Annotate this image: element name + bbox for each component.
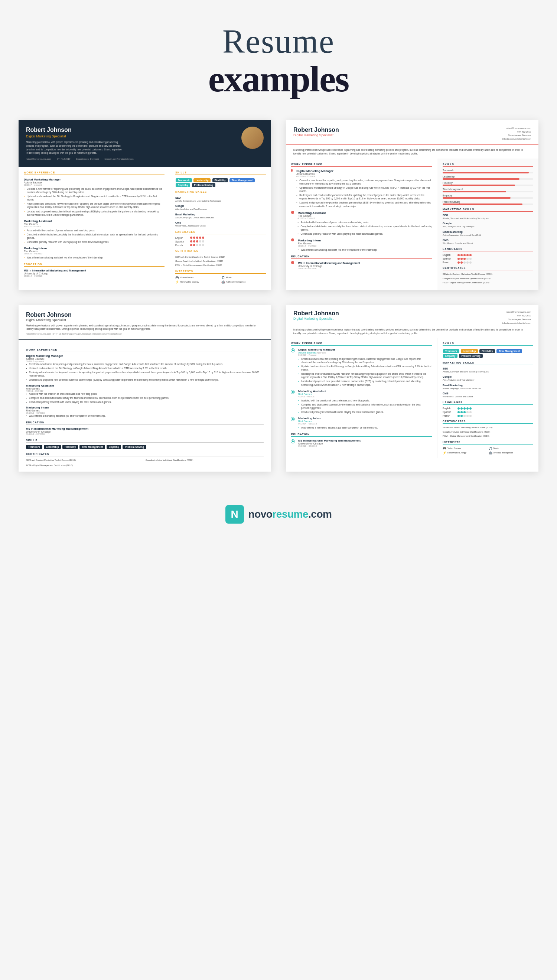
r1-mskills-section: MARKETING SKILLS [175, 190, 266, 194]
r3-edu-degree: MS in International Marketing and Manage… [26, 427, 264, 430]
skill-tag-empathy: Empathy [176, 183, 190, 187]
r3-edu-date: 06/2014 – 06/2018 [26, 433, 264, 435]
skillbar-row: Problem Solving [443, 200, 533, 205]
r4-tag-leadership: Leadership [461, 349, 478, 353]
resume-grid: Robert Johnson Digital Marketing Special… [19, 112, 538, 494]
r1-job1-b2: Updated and monitored the Bid Strategy i… [24, 195, 164, 201]
r4-work-section: WORK EXPERIENCE [291, 342, 432, 346]
r4-body: WORK EXPERIENCE Digital Marketing Manage… [286, 338, 538, 458]
resume-card-3: Robert Johnson Digital Marketing Special… [19, 305, 271, 472]
r4-skills-tags: Teamwork Leadership Flexibility Time Man… [443, 348, 533, 358]
r2-skills-section: SKILLS [443, 163, 533, 167]
r4-cert3: PCM – Digital Management Certification (… [443, 435, 533, 438]
r4-edu-section: EDUCATION [291, 433, 432, 437]
r2-job3-info: Marketing Intern Riot Games 06/2014 – 01… [298, 239, 377, 252]
r1-left: WORK EXPERIENCE Digital Marketing Manage… [19, 167, 170, 288]
r4-job3-date: 06/2014 – 01/2013 [298, 423, 378, 425]
r4-job1-info: Digital Marketing Manager Astoria Baumax… [298, 348, 432, 387]
r2-location: Copenhagen, Denmark [502, 133, 531, 137]
r1-mskill-seo-text: Ahrefs, Semrush and Link-building Techni… [175, 199, 266, 202]
r3-job3-note: Was offered a marketing assistant job af… [26, 414, 264, 417]
r4-job3-row: Marketing Intern Riot Games 06/2014 – 01… [291, 417, 432, 430]
r2-lang-spanish: Spanish [443, 257, 533, 260]
r1-job2-title: Marketing Assistant [24, 220, 164, 223]
r3-job2-b1: Assisted with the creation of press rele… [26, 392, 264, 396]
r2-lang-section: LANGUAGES [443, 248, 533, 251]
r1-edu-section: EDUCATION [24, 263, 164, 267]
resume-card-1: Robert Johnson Digital Marketing Special… [19, 120, 271, 290]
r2-cert-section: CERTIFICATES [443, 267, 533, 270]
r4-mskills-section: MARKETING SKILLS [443, 361, 533, 365]
r1-interests-section: INTERESTS [175, 270, 266, 273]
r2-job2-b1: Assisted with the creation of press rele… [298, 221, 432, 224]
skill-tag-problem: Problem Solving [192, 183, 215, 187]
r2-header-left: Robert Johnson Digital Marketing Special… [293, 127, 339, 141]
r1-job1-date: 06/2017 – present [24, 184, 164, 186]
r4-job2-b1: Assisted with the creation of press rele… [298, 399, 432, 402]
skillbar-row: Time Management [443, 188, 533, 192]
r2-header: Robert Johnson Digital Marketing Special… [286, 120, 538, 145]
r1-job3-note: Was offered a marketing assistant job af… [24, 256, 164, 259]
r4-header-left: Robert Johnson Digital Marketing Special… [293, 310, 339, 322]
r4-interest-ai: 🤖Artificial Intelligence [489, 451, 534, 454]
r4-email: robert@novoresume.com [502, 310, 531, 314]
r2-job2-row: Marketing Assistant Riot Games 4/2013 – … [291, 211, 432, 236]
r4-lang-french: French [443, 414, 533, 417]
r1-job1-b1: Created a new format for reporting and p… [24, 187, 164, 194]
r4-job1-b2: Updated and monitored the Bid Strategy i… [298, 365, 432, 371]
r3-cert-section: CERTIFICATES [26, 453, 264, 456]
r3-job1-b3: Redesigned and conducted keyword researc… [26, 371, 264, 377]
r3-work-section: WORK EXPERIENCE [26, 348, 264, 352]
r2-job1-row: Digital Marketing Manager Astoria Baumax… [291, 169, 432, 209]
interest-renewable: ⚡Renewable Energy [175, 280, 220, 284]
r1-lang-english: English [175, 236, 266, 239]
r4-job1-company: Astoria Baumax New York [298, 351, 432, 354]
r3-cert3: PCM – Digital Management Certification (… [26, 464, 144, 467]
r4-cert2: Google Analytics Individual Qualificatio… [443, 430, 533, 433]
footer-brand: novoresume.com [248, 508, 332, 520]
r3-job2-company: Riot Games [26, 387, 264, 390]
r4-job1-row: Digital Marketing Manager Astoria Baumax… [291, 348, 432, 387]
r2-job2-title: Marketing Assistant [298, 211, 432, 215]
r4-lang-english: English [443, 407, 533, 410]
r2-job1-title: Digital Marketing Manager [296, 169, 432, 173]
r2-job2-b3: Conducted primary research with users pl… [298, 232, 432, 236]
r3-tag-empathy: Empathy [107, 445, 121, 449]
r2-title: Digital Marketing Specialist [293, 133, 339, 137]
r4-interest-renewable: ⚡Renewable Energy [443, 451, 487, 454]
r4-header-top: Robert Johnson Digital Marketing Special… [286, 305, 538, 335]
r2-job1-info: Digital Marketing Manager Astoria Baumax… [296, 169, 432, 209]
r1-cert2: Google Analytics Individual Qualificatio… [175, 260, 266, 262]
r1-linkedin: linkedin.com/in/robertjohnson [105, 158, 134, 160]
interest-videogames: 🎮Video Games [175, 276, 220, 279]
r4-job3-info: Marketing Intern Riot Games 06/2014 – 01… [298, 417, 378, 430]
r4-job1-b1: Created a new format for reporting and p… [298, 357, 432, 364]
r4-job1-b4: Located and proposed new potential busin… [298, 379, 432, 386]
r2-linkedin: linkedin.com/in/robertjohnson [502, 137, 531, 141]
r3-edu-school: University of Chicago [26, 430, 264, 433]
r1-edu-date: 08/2014 – 06/2018 [24, 275, 164, 277]
r4-phone: 044 412 2019 [502, 314, 531, 317]
r4-cert-section: CERTIFICATES [443, 420, 533, 424]
r4-contact: robert@novoresume.com 044 412 2019 Copen… [502, 310, 531, 325]
r4-job2-b2: Compiled and distributed successfully th… [298, 403, 432, 410]
page-header: Resume examples [208, 0, 349, 112]
r4-job2-dot [291, 390, 295, 394]
r1-location: Copenhagen, Denmark [76, 158, 99, 160]
r1-avatar [241, 127, 264, 149]
r1-job2-company: Riot Games [24, 223, 164, 225]
r1-interests: 🎮Video Games 🎵Music ⚡Renewable Energy 🤖A… [175, 276, 266, 284]
r4-name: Robert Johnson [293, 310, 339, 317]
r2-mskills-section: MARKETING SKILLS [443, 208, 533, 212]
r4-lang-spanish: Spanish [443, 411, 533, 413]
r1-skills-section: SKILLS [175, 171, 266, 175]
r1-title: Digital Marketing Specialist [26, 134, 134, 138]
r4-right: SKILLS Teamwork Leadership Flexibility T… [437, 338, 538, 458]
r1-skills-tags: Teamwork Leadership Flexibility Time Man… [175, 177, 266, 187]
r3-tag-time: Time Management [80, 445, 105, 449]
skillbar-row: Leadership [443, 175, 533, 180]
r3-cert2: Google Analytics Individual Qualificatio… [146, 459, 264, 462]
r3-name: Robert Johnson [26, 312, 264, 318]
r3-job3-company: Riot Games [26, 409, 264, 412]
r4-tag-problem: Problem Solving [459, 354, 482, 358]
